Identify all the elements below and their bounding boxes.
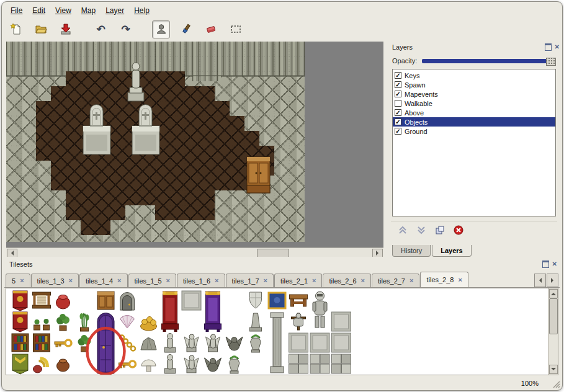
close-icon[interactable]: × [20, 277, 24, 284]
tileset-tab-6[interactable]: tiles_2_1 × [274, 274, 322, 287]
scroll-up-button[interactable] [549, 289, 558, 298]
layer-row-objects[interactable]: Objects [393, 117, 555, 127]
opacity-slider[interactable] [422, 57, 556, 65]
scroll-down-button[interactable] [549, 365, 558, 374]
layer-checkbox[interactable] [395, 100, 401, 107]
toolbar: ↶ ↷ [7, 18, 251, 40]
tab-scroll-left-button[interactable] [534, 274, 546, 287]
tileset-tiles [9, 289, 542, 375]
tab-layers[interactable]: Layers [432, 245, 471, 257]
close-icon[interactable]: × [166, 277, 170, 284]
map-hscrollbar[interactable] [6, 247, 383, 257]
down-arrow-icon [551, 368, 556, 373]
close-icon[interactable]: × [117, 277, 121, 284]
layer-label: Ground [405, 128, 427, 135]
close-icon[interactable]: × [215, 277, 218, 284]
close-icon[interactable]: × [458, 277, 462, 283]
layer-row-ground[interactable]: Ground [393, 127, 555, 136]
tileset-tab-2[interactable]: tiles_1_4 × [79, 274, 127, 287]
tileset-tab-1[interactable]: tiles_1_3 × [31, 274, 79, 287]
menubar: File Edit View Map Layer Help [6, 4, 154, 17]
layers-panel-title: Layers [392, 43, 413, 51]
stamp-tool-button[interactable] [152, 20, 170, 38]
redo-icon: ↷ [121, 24, 130, 35]
layer-checkbox[interactable] [395, 118, 401, 125]
tileset-tab-label: 5 [12, 277, 16, 285]
opacity-slider-handle[interactable] [546, 58, 556, 66]
tileset-tabbar: 5 × tiles_1_3 × tiles_1_4 × tiles_1_5 × … [4, 272, 560, 288]
tileset-tab-3[interactable]: tiles_1_5 × [128, 274, 176, 287]
duplicate-layer-button[interactable] [434, 225, 445, 236]
layer-row-keys[interactable]: Keys [393, 71, 555, 80]
tileset-tab-label: tiles_2_1 [280, 277, 308, 285]
tileset-tab-label: tiles_1_6 [183, 277, 210, 285]
hscroll-thumb[interactable] [257, 249, 289, 257]
layer-label: Keys [405, 72, 419, 79]
close-icon[interactable]: × [361, 277, 365, 284]
open-button[interactable] [32, 20, 50, 38]
layer-checkbox[interactable] [395, 109, 401, 116]
layer-checkbox[interactable] [395, 81, 401, 88]
menu-view[interactable]: View [50, 5, 76, 16]
right-arrow-icon [376, 251, 381, 256]
select-tool-button[interactable] [226, 20, 244, 38]
vscroll-thumb[interactable] [549, 298, 558, 334]
menu-map[interactable]: Map [76, 5, 101, 16]
lower-layer-button[interactable] [416, 225, 427, 236]
layer-checkbox[interactable] [395, 72, 401, 79]
raise-layer-button[interactable] [397, 225, 408, 236]
save-button[interactable] [56, 20, 74, 38]
menu-help[interactable]: Help [129, 5, 154, 16]
close-icon[interactable]: × [410, 277, 413, 284]
tileset-grid[interactable] [6, 288, 558, 375]
fill-tool-button[interactable] [177, 20, 195, 38]
new-file-button[interactable] [7, 20, 25, 38]
app-window: File Edit View Map Layer Help [1, 1, 563, 391]
menu-edit[interactable]: Edit [27, 5, 50, 16]
tilesets-panel-header: Tilesets ✕ [4, 259, 557, 270]
layer-checkbox[interactable] [395, 91, 401, 97]
delete-layer-button[interactable] [453, 225, 464, 236]
close-icon[interactable]: × [264, 277, 267, 284]
tileset-tab-5[interactable]: tiles_1_7 × [226, 274, 274, 287]
tileset-tab-7[interactable]: tiles_2_6 × [323, 274, 370, 287]
redo-button[interactable]: ↷ [117, 20, 135, 38]
close-icon[interactable]: × [312, 277, 316, 284]
layer-label: Spawn [405, 81, 426, 89]
layer-row-above[interactable]: Above [393, 108, 555, 117]
tileset-tab-0[interactable]: 5 × [6, 274, 30, 287]
scroll-right-button[interactable] [372, 249, 383, 257]
resize-grip[interactable] [552, 380, 560, 388]
tab-history[interactable]: History [392, 245, 431, 257]
layer-row-walkable[interactable]: Walkable [393, 99, 555, 108]
close-icon[interactable]: ✕ [555, 44, 560, 50]
tab-scroll-right-button[interactable] [547, 274, 558, 287]
undo-button[interactable]: ↶ [92, 20, 110, 38]
stamp-tool-icon [155, 23, 168, 35]
tileset-tab-8[interactable]: tiles_2_7 × [372, 274, 419, 287]
tileset-tab-label: tiles_2_6 [329, 277, 356, 285]
menu-layer[interactable]: Layer [101, 5, 129, 16]
tileset-tab-label: tiles_2_7 [378, 277, 405, 285]
close-icon[interactable]: × [69, 277, 73, 284]
fill-tool-icon [180, 23, 192, 35]
opacity-row: Opacity: [392, 56, 556, 65]
tilesets-panel-title: Tilesets [9, 261, 33, 268]
close-icon[interactable]: ✕ [552, 261, 557, 267]
layer-checkbox[interactable] [395, 128, 401, 135]
scroll-left-button[interactable] [7, 249, 17, 257]
panel-tabs: History Layers [392, 245, 473, 257]
map-canvas[interactable] [6, 42, 383, 257]
tileset-tab-label: tiles_1_5 [135, 277, 162, 285]
layer-row-mapevents[interactable]: Mapevents [393, 89, 555, 99]
layer-row-spawn[interactable]: Spawn [393, 80, 555, 89]
tileset-vscrollbar[interactable] [548, 288, 558, 375]
tileset-tab-label: tiles_1_7 [232, 277, 259, 285]
undock-icon[interactable] [545, 43, 552, 51]
undock-icon[interactable] [542, 261, 549, 268]
tileset-tab-9[interactable]: tiles_2_8 × [420, 272, 468, 287]
tileset-tab-4[interactable]: tiles_1_6 × [177, 274, 225, 287]
statusbar: 100% [2, 376, 562, 390]
menu-file[interactable]: File [6, 5, 27, 16]
eraser-tool-button[interactable] [202, 20, 220, 38]
